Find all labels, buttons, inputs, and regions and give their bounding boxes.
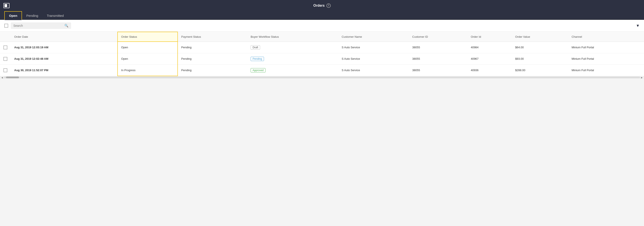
cell-order-date: Aug 31, 2019 12:03:19 AM [11,42,118,53]
cell-buyer-workflow-status: Draft [247,42,338,53]
scroll-right-arrow[interactable]: ▶ [640,76,644,79]
cell-customer-id: 38055 [409,65,468,76]
cell-payment-status: Pending [178,53,247,65]
cell-payment-status: Pending [178,65,247,76]
scroll-track [4,77,640,78]
cell-order-id: 40967 [467,53,512,65]
cell-order-value: $93.00 [512,53,568,65]
cell-order-status: Open [118,42,178,53]
row-checkbox[interactable] [4,57,7,61]
col-header-payment-status: Payment Status [178,32,247,42]
cell-order-date: Aug 31, 2019 12:02:48 AM [11,53,118,65]
search-input[interactable] [13,24,63,27]
col-header-order-id: Order Id [467,32,512,42]
filter-button[interactable]: ▼ [636,24,640,28]
sidebar-toggle-button[interactable] [4,3,10,8]
col-header-order-value: Order Value [512,32,568,42]
orders-table-container: Order Date Order Status Payment Status B… [0,32,644,76]
cell-buyer-workflow-status: Approved [247,65,338,76]
buyer-workflow-badge: Pending [250,57,264,61]
col-header-channel: Channel [568,32,644,42]
table-row: Aug 30, 2019 11:52:07 PMIn ProgressPendi… [0,65,644,76]
cell-order-status: Open [118,53,178,65]
col-header-order-date: Order Date [11,32,118,42]
table-row: Aug 31, 2019 12:02:48 AMOpenPendingPendi… [0,53,644,65]
cell-customer-name: S Auto Service [338,53,409,65]
tab-pending[interactable]: Pending [22,12,42,20]
toolbar: 🔍 ▼ [0,20,644,32]
tab-open[interactable]: Open [4,11,22,20]
cell-order-id: 40936 [467,65,512,76]
cell-customer-id: 38055 [409,53,468,65]
page-title-container: Orders ? [313,4,330,8]
cell-channel: Minium Full Portal [568,53,644,65]
horizontal-scrollbar[interactable]: ◀ ▶ [0,76,644,79]
search-box: 🔍 [11,23,71,29]
cell-customer-name: S Auto Service [338,42,409,53]
cell-payment-status: Pending [178,42,247,53]
buyer-workflow-badge: Draft [250,45,260,50]
col-header-buyer-workflow-status: Buyer Workflow Status [247,32,338,42]
buyer-workflow-badge: Approved [250,68,266,73]
scroll-thumb[interactable] [6,77,19,78]
row-checkbox[interactable] [4,46,7,49]
col-header-checkbox [0,32,11,42]
cell-channel: Minium Full Portal [568,42,644,53]
cell-order-status: In Progress [118,65,178,76]
search-icon: 🔍 [64,24,68,28]
cell-order-id: 40984 [467,42,512,53]
tab-bar: Open Pending Transmitted [0,11,644,20]
page-title: Orders [313,4,324,8]
tab-transmitted[interactable]: Transmitted [42,12,68,20]
col-header-customer-name: Customer Name [338,32,409,42]
cell-customer-name: S Auto Service [338,65,409,76]
cell-customer-id: 38055 [409,42,468,53]
orders-table: Order Date Order Status Payment Status B… [0,32,644,76]
cell-order-value: $64.00 [512,42,568,53]
table-row: Aug 31, 2019 12:03:19 AMOpenPendingDraft… [0,42,644,53]
cell-channel: Minium Full Portal [568,65,644,76]
col-header-order-status: Order Status [118,32,178,42]
help-icon[interactable]: ? [326,4,331,8]
cell-order-value: $288.00 [512,65,568,76]
col-header-customer-id: Customer ID [409,32,468,42]
scroll-left-arrow[interactable]: ◀ [0,76,4,79]
cell-order-date: Aug 30, 2019 11:52:07 PM [11,65,118,76]
cell-buyer-workflow-status: Pending [247,53,338,65]
select-all-checkbox[interactable] [4,24,8,28]
top-bar: Orders ? [0,0,644,11]
table-header-row: Order Date Order Status Payment Status B… [0,32,644,42]
row-checkbox[interactable] [4,68,7,72]
